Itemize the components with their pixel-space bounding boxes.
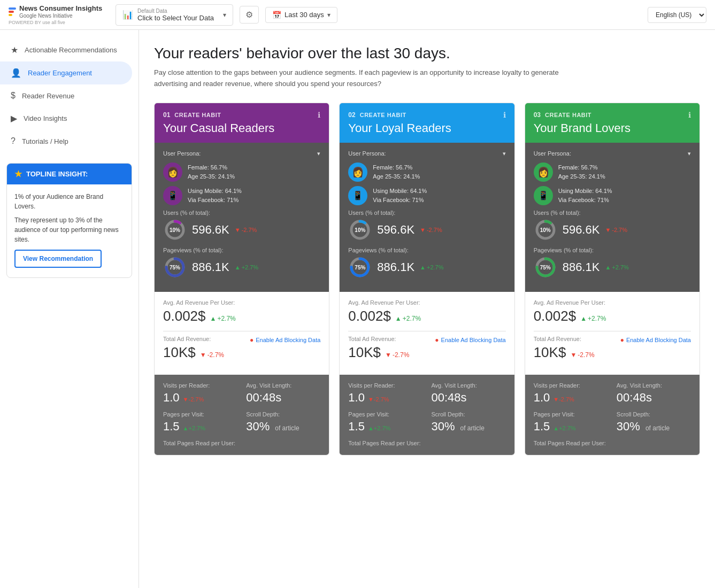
card-badge: 02 CREATE HABIT ℹ — [348, 111, 505, 119]
total-ad-change: ▼ -2.7% — [570, 351, 594, 359]
pages-value-row: 1.5 ▲ +2.7% — [163, 420, 237, 434]
users-value: 596.6K — [192, 223, 229, 237]
data-icon: 📊 — [122, 10, 133, 20]
sidebar-item-video-insights[interactable]: ▶ Video Insights — [0, 107, 132, 130]
up-arrow-icon: ▲ — [210, 315, 217, 322]
avg-visit-label: Avg. Visit Length: — [617, 382, 691, 389]
star-icon: ★ — [14, 169, 22, 179]
avg-ad-label: Avg. Ad Revenue Per User: — [348, 299, 505, 306]
info-icon[interactable]: ℹ — [318, 111, 320, 119]
up-arrow-icon: ▲ — [368, 425, 374, 431]
avg-visit-stat: Avg. Visit Length: 00:48s — [617, 382, 691, 405]
sidebar-item-tutorials-help[interactable]: ? Tutorials / Help — [0, 130, 132, 152]
visits-label: Visits per Reader: — [163, 382, 237, 389]
up-arrow-icon: ▲ — [183, 425, 189, 431]
pageviews-value-row: 75% 886.1K ▲ +2.7% — [348, 256, 505, 279]
down-arrow-icon: ▼ — [553, 396, 559, 403]
mobile-pct: Using Mobile: 64.1% — [558, 187, 612, 196]
powered-by: POWERED BY use all five — [9, 20, 116, 25]
main-content: Your readers' behavior over the last 30 … — [139, 30, 715, 588]
persona-label: User Persona: — [348, 150, 386, 157]
scroll-stat: Scroll Depth: 30% of article — [246, 411, 320, 434]
badge-num: 03 — [534, 111, 541, 119]
total-ad-row: Total Ad Revenue: ● Enable Ad Blocking D… — [163, 336, 320, 361]
total-ad-value: 10K$ — [163, 344, 196, 361]
female-pct: Female: 56.7% — [373, 163, 420, 172]
dollar-icon: $ — [11, 91, 16, 100]
scroll-value-row: 30% of article — [431, 420, 505, 434]
persona-text: Female: 56.7% Age 25-35: 24.1% — [188, 163, 235, 181]
avatar: 👩 — [163, 163, 182, 182]
scroll-unit: of article — [645, 424, 670, 432]
scroll-value-row: 30% of article — [617, 420, 691, 434]
card-header-casual: 01 CREATE HABIT ℹ Your Casual Readers — [155, 103, 329, 143]
users-value-row: 10% 596.6K ▼ -2.7% — [534, 218, 691, 242]
enable-ad-blocking-button[interactable]: ● Enable Ad Blocking Data — [620, 336, 691, 344]
visits-label: Visits per Reader: — [534, 382, 608, 389]
avg-visit-stat: Avg. Visit Length: 00:48s — [431, 382, 505, 405]
device-row: 📱 Using Mobile: 64.1% Via Facebook: 71% — [348, 186, 505, 205]
pages-change: ▲ +2.7% — [368, 425, 390, 431]
total-ad-value-row: 10K$ ▼ -2.7% — [163, 344, 320, 361]
card-stats-bottom: Visits per Reader: 1.0 ▼ -2.7% Avg. Visi… — [340, 375, 514, 455]
data-selector[interactable]: 📊 Default Data Click to Select Your Data… — [116, 4, 233, 26]
persona-label: User Persona: — [534, 150, 571, 157]
pageviews-donut: 75% — [163, 256, 187, 279]
up-arrow-icon: ▲ — [395, 315, 402, 322]
app-layout: ★ Actionable Recommendations 👤 Reader En… — [0, 30, 715, 588]
card-stats-light: Avg. Ad Revenue Per User: 0.002$ ▲ +2.7% — [155, 292, 329, 375]
pageviews-value: 886.1K — [563, 260, 600, 274]
persona-text: Female: 56.7% Age 25-35: 24.1% — [558, 163, 605, 181]
facebook-pct: Via Facebook: 71% — [558, 196, 612, 205]
scroll-value-row: 30% of article — [246, 420, 320, 434]
pageviews-donut-text: 75% — [355, 264, 365, 270]
sidebar-item-reader-revenue[interactable]: $ Reader Revenue — [0, 84, 132, 107]
sidebar-item-label: Tutorials / Help — [22, 137, 68, 145]
segment-card-casual: 01 CREATE HABIT ℹ Your Casual Readers Us… — [154, 103, 329, 455]
date-selector[interactable]: 📅 Last 30 days ▾ — [265, 7, 337, 23]
page-subtitle: Pay close attention to the gaps between … — [154, 67, 593, 90]
pageviews-metric: Pageviews (% of total): 75% 886.1K — [163, 247, 320, 279]
card-title: Your Brand Lovers — [534, 121, 691, 135]
pages-label: Pages per Visit: — [163, 411, 237, 417]
chevron-down-icon[interactable]: ▾ — [317, 150, 320, 157]
pages-value: 1.5 — [348, 420, 365, 434]
users-metric: Users (% of total): 10% 596.6K — [348, 210, 505, 242]
sidebar-item-actionable-recommendations[interactable]: ★ Actionable Recommendations — [0, 38, 132, 61]
badge-label: CREATE HABIT — [174, 112, 221, 118]
video-icon: ▶ — [11, 113, 17, 123]
visits-stat: Visits per Reader: 1.0 ▼ -2.7% — [348, 382, 422, 405]
sidebar-item-reader-engagement[interactable]: 👤 Reader Engagement — [0, 61, 132, 84]
info-icon[interactable]: ℹ — [503, 111, 506, 119]
users-label: Users (% of total): — [534, 210, 691, 216]
enable-ad-note: Enable Ad Blocking Data — [626, 337, 691, 343]
avg-visit-value: 00:48s — [431, 391, 466, 405]
settings-button[interactable]: ⚙ — [240, 6, 259, 24]
total-pages-label: Total Pages Read per User: — [163, 440, 320, 446]
facebook-pct: Via Facebook: 71% — [373, 196, 427, 205]
visits-value-row: 1.0 ▼ -2.7% — [534, 391, 608, 405]
persona-text: Female: 56.7% Age 25-35: 24.1% — [373, 163, 420, 181]
users-metric: Users (% of total): 10% 596.6K — [163, 210, 320, 242]
total-ad-row: Total Ad Revenue: ● Enable Ad Blocking D… — [534, 336, 691, 361]
avg-visit-value-row: 00:48s — [246, 391, 320, 405]
visits-change: ▼ -2.7% — [368, 396, 389, 403]
language-selector[interactable]: English (US) — [648, 7, 706, 23]
users-label: Users (% of total): — [163, 210, 320, 216]
enable-ad-blocking-button[interactable]: ● Enable Ad Blocking Data — [435, 336, 505, 344]
down-arrow-icon: ▼ — [420, 227, 426, 233]
pageviews-metric: Pageviews (% of total): 75% 886.1K — [348, 247, 505, 279]
chevron-down-icon[interactable]: ▾ — [688, 150, 691, 157]
avg-ad-change: ▲ +2.7% — [395, 315, 421, 322]
down-arrow-icon: ▼ — [235, 227, 241, 233]
enable-ad-blocking-button[interactable]: ● Enable Ad Blocking Data — [250, 336, 320, 344]
view-recommendation-button[interactable]: View Recommendation — [14, 250, 102, 268]
info-icon[interactable]: ℹ — [688, 111, 691, 119]
total-ad-change: ▼ -2.7% — [200, 351, 224, 359]
chevron-down-icon[interactable]: ▾ — [503, 150, 506, 157]
enable-ad-note: Enable Ad Blocking Data — [441, 337, 506, 343]
mobile-pct: Using Mobile: 64.1% — [188, 187, 242, 196]
avatar: 👩 — [534, 163, 553, 182]
sidebar-item-label: Reader Revenue — [22, 92, 74, 100]
pages-value-row: 1.5 ▲ +2.7% — [348, 420, 422, 434]
